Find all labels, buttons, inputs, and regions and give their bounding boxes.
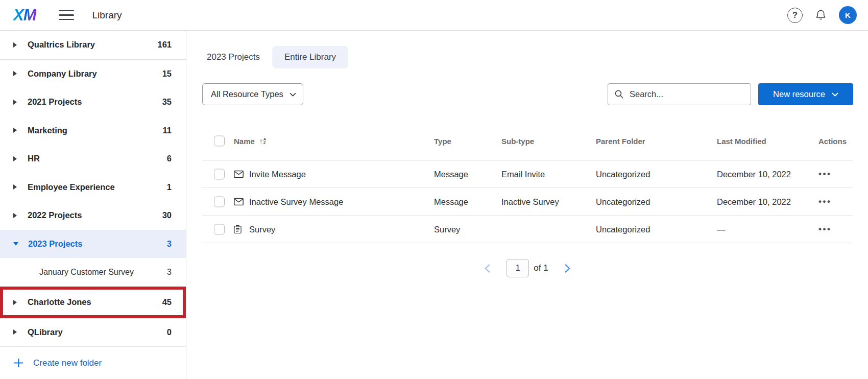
resources-table: Name ↑ A Z Type Sub-type Parent Folder L…: [202, 122, 853, 243]
folder-count: 3: [167, 239, 172, 249]
tab-2023-projects[interactable]: 2023 Projects: [202, 46, 265, 68]
caret-icon[interactable]: [13, 300, 17, 305]
column-header-name[interactable]: Name: [234, 136, 255, 145]
row-checkbox[interactable]: [214, 169, 225, 179]
tab-entire-library[interactable]: Entire Library: [272, 46, 348, 68]
app-window: XM Library ? K Qualtrics Library 161 Com…: [0, 0, 868, 379]
caret-icon[interactable]: [13, 184, 17, 190]
previous-page-icon[interactable]: [483, 262, 492, 275]
row-actions-button[interactable]: •••: [818, 224, 831, 234]
caret-icon[interactable]: [13, 128, 17, 133]
cell-type: Message: [434, 197, 468, 206]
column-header-subtype: Sub-type: [501, 136, 534, 145]
column-header-parent-folder: Parent Folder: [596, 136, 645, 145]
row-checkbox[interactable]: [214, 224, 225, 234]
hamburger-menu-icon[interactable]: [59, 10, 74, 20]
select-all-checkbox[interactable]: [214, 135, 225, 146]
table-header-row: Name ↑ A Z Type Sub-type Parent Folder L…: [202, 122, 853, 160]
plus-icon: [14, 358, 23, 368]
caret-icon[interactable]: [13, 213, 17, 218]
sidebar-folder-item[interactable]: QLibrary 0: [0, 318, 186, 347]
sidebar-folder-item[interactable]: Charlotte Jones 45: [0, 287, 186, 318]
cell-parent-folder: Uncategorized: [596, 197, 650, 206]
next-page-icon[interactable]: [563, 262, 572, 275]
folder-label: HR: [28, 154, 167, 163]
folder-label: 2022 Projects: [28, 210, 162, 220]
folder-count: 11: [163, 126, 172, 135]
cell-last-modified: December 10, 2022: [717, 169, 791, 179]
table-row[interactable]: Inactive Survey Message Message Inactive…: [202, 188, 853, 216]
envelope-icon: [234, 170, 244, 178]
sidebar-folder-item[interactable]: January Customer Survey 3: [0, 258, 186, 287]
row-actions-button[interactable]: •••: [818, 169, 831, 179]
column-header-last-modified: Last Modified: [717, 136, 766, 145]
sidebar-folder-item[interactable]: 2021 Projects 35: [0, 88, 186, 116]
folder-count: 35: [162, 97, 172, 107]
help-icon[interactable]: ?: [787, 8, 803, 23]
resource-name[interactable]: Invite Message: [249, 169, 306, 179]
page-count-label: of 1: [534, 263, 548, 273]
caret-icon[interactable]: [13, 42, 17, 48]
sidebar-folder-item[interactable]: 2023 Projects 3: [0, 230, 186, 258]
caret-icon[interactable]: [13, 329, 17, 335]
library-tabs: 2023 Projects Entire Library: [202, 46, 348, 68]
page-title: Library: [92, 10, 122, 21]
sort-az-icon[interactable]: ↑ A Z: [259, 137, 266, 145]
library-content: 2023 Projects Entire Library All Resourc…: [186, 31, 868, 379]
sidebar-folder-item[interactable]: HR 6: [0, 145, 186, 173]
create-new-folder-button[interactable]: Create new folder: [0, 346, 186, 379]
caret-icon[interactable]: [13, 156, 17, 161]
user-avatar[interactable]: K: [839, 6, 857, 24]
folder-count: 45: [162, 297, 172, 307]
sidebar-folder-item[interactable]: Company Library 15: [0, 60, 186, 88]
page-number-input[interactable]: [507, 259, 529, 277]
table-body: Invite Message Message Email Invite Unca…: [202, 160, 853, 243]
folder-count: 0: [167, 327, 172, 337]
folder-count: 6: [167, 154, 172, 163]
cell-subtype: Inactive Survey: [501, 197, 559, 206]
cell-last-modified: December 10, 2022: [717, 197, 791, 206]
chevron-down-icon: [832, 92, 838, 97]
folder-label: 2021 Projects: [28, 97, 162, 107]
column-header-actions: Actions: [818, 136, 847, 145]
folder-count: 3: [167, 268, 172, 277]
cell-type: Survey: [434, 224, 460, 234]
row-checkbox[interactable]: [214, 196, 225, 207]
row-actions-button[interactable]: •••: [818, 197, 831, 206]
sidebar-folder-item[interactable]: Employee Experience 1: [0, 173, 186, 202]
search-box: [608, 83, 751, 105]
sidebar-folder-item[interactable]: 2022 Projects 30: [0, 201, 186, 230]
folder-count: 1: [167, 182, 172, 192]
resource-name[interactable]: Survey: [249, 224, 275, 234]
pagination: of 1: [202, 259, 853, 277]
folder-label: QLibrary: [28, 327, 167, 337]
folder-label: January Customer Survey: [39, 268, 167, 277]
caret-icon[interactable]: [13, 100, 17, 105]
folder-count: 15: [162, 69, 172, 79]
notifications-bell-icon[interactable]: [815, 9, 827, 21]
table-row[interactable]: Invite Message Message Email Invite Unca…: [202, 160, 853, 188]
new-resource-button[interactable]: New resource: [758, 83, 853, 105]
folder-count: 30: [162, 210, 172, 220]
folder-label: Company Library: [28, 69, 162, 79]
sidebar-folder-item[interactable]: Marketing 11: [0, 116, 186, 145]
resource-name[interactable]: Inactive Survey Message: [249, 197, 343, 206]
column-header-type: Type: [434, 136, 451, 145]
envelope-icon: [234, 198, 244, 205]
resource-type-filter[interactable]: All Resource Types: [202, 83, 303, 105]
top-bar: XM Library ? K: [0, 0, 868, 31]
folder-label: Marketing: [28, 126, 163, 135]
sidebar-folder-list: Qualtrics Library 161 Company Library 15…: [0, 31, 186, 346]
search-input[interactable]: [630, 89, 744, 99]
folder-sidebar: Qualtrics Library 161 Company Library 15…: [0, 31, 186, 379]
folder-label: Employee Experience: [28, 182, 167, 192]
topbar-actions: ? K: [787, 6, 857, 24]
caret-icon[interactable]: [13, 242, 18, 246]
table-row[interactable]: Survey Survey Uncategorized — •••: [202, 216, 853, 243]
create-new-folder-label: Create new folder: [33, 358, 102, 368]
caret-icon[interactable]: [13, 71, 17, 76]
sidebar-folder-item[interactable]: Qualtrics Library 161: [0, 31, 186, 59]
folder-label: Qualtrics Library: [28, 40, 157, 50]
folder-label: 2023 Projects: [28, 239, 167, 249]
xm-logo: XM: [13, 6, 36, 25]
